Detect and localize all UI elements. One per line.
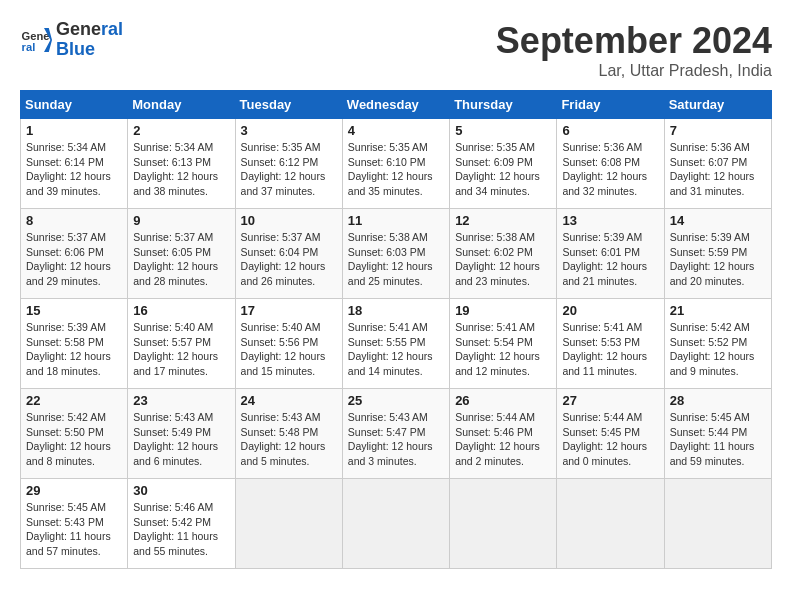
day-number: 28 [670, 393, 766, 408]
calendar-day-21: 21Sunrise: 5:42 AMSunset: 5:52 PMDayligh… [664, 299, 771, 389]
day-info: Sunrise: 5:45 AMSunset: 5:43 PMDaylight:… [26, 500, 122, 559]
calendar-week-2: 8Sunrise: 5:37 AMSunset: 6:06 PMDaylight… [21, 209, 772, 299]
day-info: Sunrise: 5:36 AMSunset: 6:07 PMDaylight:… [670, 140, 766, 199]
day-info: Sunrise: 5:34 AMSunset: 6:14 PMDaylight:… [26, 140, 122, 199]
calendar-day-9: 9Sunrise: 5:37 AMSunset: 6:05 PMDaylight… [128, 209, 235, 299]
calendar-day-26: 26Sunrise: 5:44 AMSunset: 5:46 PMDayligh… [450, 389, 557, 479]
day-number: 10 [241, 213, 337, 228]
empty-cell [557, 479, 664, 569]
day-number: 30 [133, 483, 229, 498]
day-number: 2 [133, 123, 229, 138]
calendar-day-25: 25Sunrise: 5:43 AMSunset: 5:47 PMDayligh… [342, 389, 449, 479]
calendar-day-14: 14Sunrise: 5:39 AMSunset: 5:59 PMDayligh… [664, 209, 771, 299]
day-number: 13 [562, 213, 658, 228]
day-number: 12 [455, 213, 551, 228]
calendar-day-2: 2Sunrise: 5:34 AMSunset: 6:13 PMDaylight… [128, 119, 235, 209]
page-header: Gene ral GeneralBlue September 2024 Lar,… [20, 20, 772, 80]
calendar-day-15: 15Sunrise: 5:39 AMSunset: 5:58 PMDayligh… [21, 299, 128, 389]
calendar-day-6: 6Sunrise: 5:36 AMSunset: 6:08 PMDaylight… [557, 119, 664, 209]
day-info: Sunrise: 5:44 AMSunset: 5:46 PMDaylight:… [455, 410, 551, 469]
day-info: Sunrise: 5:42 AMSunset: 5:50 PMDaylight:… [26, 410, 122, 469]
day-number: 5 [455, 123, 551, 138]
calendar-day-22: 22Sunrise: 5:42 AMSunset: 5:50 PMDayligh… [21, 389, 128, 479]
day-info: Sunrise: 5:38 AMSunset: 6:03 PMDaylight:… [348, 230, 444, 289]
weekday-header-wednesday: Wednesday [342, 91, 449, 119]
day-info: Sunrise: 5:40 AMSunset: 5:57 PMDaylight:… [133, 320, 229, 379]
day-info: Sunrise: 5:46 AMSunset: 5:42 PMDaylight:… [133, 500, 229, 559]
calendar-day-1: 1Sunrise: 5:34 AMSunset: 6:14 PMDaylight… [21, 119, 128, 209]
svg-text:Gene: Gene [22, 30, 50, 42]
day-number: 24 [241, 393, 337, 408]
day-number: 16 [133, 303, 229, 318]
calendar-day-16: 16Sunrise: 5:40 AMSunset: 5:57 PMDayligh… [128, 299, 235, 389]
day-number: 29 [26, 483, 122, 498]
calendar-day-19: 19Sunrise: 5:41 AMSunset: 5:54 PMDayligh… [450, 299, 557, 389]
day-number: 6 [562, 123, 658, 138]
day-number: 8 [26, 213, 122, 228]
day-number: 3 [241, 123, 337, 138]
day-info: Sunrise: 5:45 AMSunset: 5:44 PMDaylight:… [670, 410, 766, 469]
day-info: Sunrise: 5:39 AMSunset: 5:59 PMDaylight:… [670, 230, 766, 289]
calendar-day-13: 13Sunrise: 5:39 AMSunset: 6:01 PMDayligh… [557, 209, 664, 299]
calendar-week-3: 15Sunrise: 5:39 AMSunset: 5:58 PMDayligh… [21, 299, 772, 389]
day-info: Sunrise: 5:37 AMSunset: 6:04 PMDaylight:… [241, 230, 337, 289]
day-number: 1 [26, 123, 122, 138]
calendar-day-5: 5Sunrise: 5:35 AMSunset: 6:09 PMDaylight… [450, 119, 557, 209]
day-info: Sunrise: 5:35 AMSunset: 6:09 PMDaylight:… [455, 140, 551, 199]
day-number: 25 [348, 393, 444, 408]
weekday-header-friday: Friday [557, 91, 664, 119]
day-number: 22 [26, 393, 122, 408]
calendar-day-23: 23Sunrise: 5:43 AMSunset: 5:49 PMDayligh… [128, 389, 235, 479]
day-info: Sunrise: 5:36 AMSunset: 6:08 PMDaylight:… [562, 140, 658, 199]
day-info: Sunrise: 5:41 AMSunset: 5:54 PMDaylight:… [455, 320, 551, 379]
calendar-day-12: 12Sunrise: 5:38 AMSunset: 6:02 PMDayligh… [450, 209, 557, 299]
calendar-day-30: 30Sunrise: 5:46 AMSunset: 5:42 PMDayligh… [128, 479, 235, 569]
logo: Gene ral GeneralBlue [20, 20, 123, 60]
day-info: Sunrise: 5:43 AMSunset: 5:47 PMDaylight:… [348, 410, 444, 469]
day-number: 9 [133, 213, 229, 228]
day-info: Sunrise: 5:41 AMSunset: 5:55 PMDaylight:… [348, 320, 444, 379]
day-info: Sunrise: 5:35 AMSunset: 6:10 PMDaylight:… [348, 140, 444, 199]
day-number: 19 [455, 303, 551, 318]
day-number: 7 [670, 123, 766, 138]
day-info: Sunrise: 5:43 AMSunset: 5:48 PMDaylight:… [241, 410, 337, 469]
weekday-header-monday: Monday [128, 91, 235, 119]
calendar-day-10: 10Sunrise: 5:37 AMSunset: 6:04 PMDayligh… [235, 209, 342, 299]
calendar-subtitle: Lar, Uttar Pradesh, India [496, 62, 772, 80]
empty-cell [664, 479, 771, 569]
day-info: Sunrise: 5:39 AMSunset: 6:01 PMDaylight:… [562, 230, 658, 289]
weekday-header-sunday: Sunday [21, 91, 128, 119]
day-number: 4 [348, 123, 444, 138]
weekday-header-saturday: Saturday [664, 91, 771, 119]
calendar-table: SundayMondayTuesdayWednesdayThursdayFrid… [20, 90, 772, 569]
svg-text:ral: ral [22, 41, 36, 53]
calendar-day-20: 20Sunrise: 5:41 AMSunset: 5:53 PMDayligh… [557, 299, 664, 389]
day-info: Sunrise: 5:43 AMSunset: 5:49 PMDaylight:… [133, 410, 229, 469]
calendar-day-3: 3Sunrise: 5:35 AMSunset: 6:12 PMDaylight… [235, 119, 342, 209]
day-info: Sunrise: 5:37 AMSunset: 6:05 PMDaylight:… [133, 230, 229, 289]
day-info: Sunrise: 5:35 AMSunset: 6:12 PMDaylight:… [241, 140, 337, 199]
calendar-title: September 2024 [496, 20, 772, 62]
day-number: 17 [241, 303, 337, 318]
day-info: Sunrise: 5:41 AMSunset: 5:53 PMDaylight:… [562, 320, 658, 379]
day-info: Sunrise: 5:34 AMSunset: 6:13 PMDaylight:… [133, 140, 229, 199]
day-number: 21 [670, 303, 766, 318]
day-number: 15 [26, 303, 122, 318]
calendar-day-4: 4Sunrise: 5:35 AMSunset: 6:10 PMDaylight… [342, 119, 449, 209]
calendar-day-28: 28Sunrise: 5:45 AMSunset: 5:44 PMDayligh… [664, 389, 771, 479]
calendar-week-4: 22Sunrise: 5:42 AMSunset: 5:50 PMDayligh… [21, 389, 772, 479]
day-info: Sunrise: 5:40 AMSunset: 5:56 PMDaylight:… [241, 320, 337, 379]
day-number: 18 [348, 303, 444, 318]
calendar-day-8: 8Sunrise: 5:37 AMSunset: 6:06 PMDaylight… [21, 209, 128, 299]
calendar-day-29: 29Sunrise: 5:45 AMSunset: 5:43 PMDayligh… [21, 479, 128, 569]
day-info: Sunrise: 5:38 AMSunset: 6:02 PMDaylight:… [455, 230, 551, 289]
calendar-day-24: 24Sunrise: 5:43 AMSunset: 5:48 PMDayligh… [235, 389, 342, 479]
empty-cell [235, 479, 342, 569]
empty-cell [342, 479, 449, 569]
day-number: 20 [562, 303, 658, 318]
empty-cell [450, 479, 557, 569]
day-info: Sunrise: 5:39 AMSunset: 5:58 PMDaylight:… [26, 320, 122, 379]
day-number: 14 [670, 213, 766, 228]
day-info: Sunrise: 5:42 AMSunset: 5:52 PMDaylight:… [670, 320, 766, 379]
logo-icon: Gene ral [20, 24, 52, 56]
